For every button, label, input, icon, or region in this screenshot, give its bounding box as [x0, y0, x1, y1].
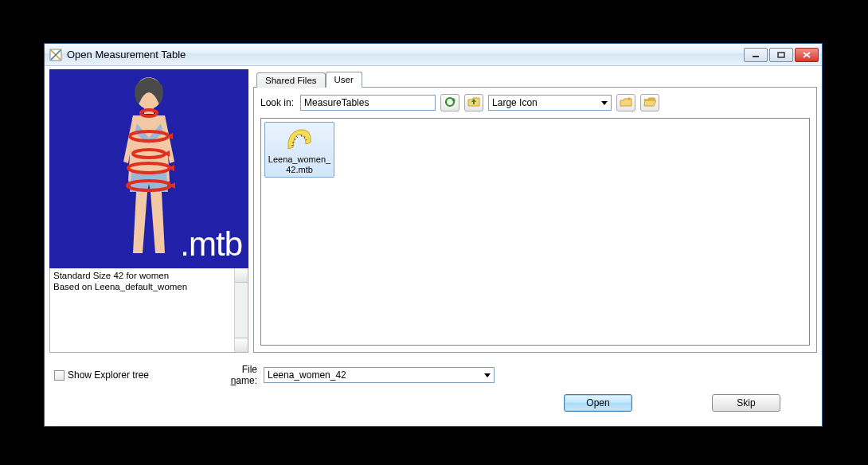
window-title: Open Measurement Table [67, 49, 744, 61]
lookin-input[interactable] [300, 95, 436, 111]
view-mode-select[interactable]: Large Icon [488, 95, 612, 111]
folder-open-icon [643, 96, 656, 111]
tab-shared-files[interactable]: Shared Files [256, 72, 326, 88]
file-browser: Shared Files User Look in: [253, 69, 817, 353]
tab-strip: Shared Files User [253, 69, 817, 87]
svg-line-27 [296, 136, 298, 138]
window-buttons [744, 48, 819, 62]
preview-pane: .mtb Standard Size 42 for women Based on… [49, 69, 248, 353]
dialog-body: .mtb Standard Size 42 for women Based on… [45, 66, 822, 426]
up-folder-button[interactable] [464, 94, 483, 111]
titlebar[interactable]: Open Measurement Table [45, 44, 822, 66]
file-item[interactable]: Leena_women_42.mtb [264, 122, 334, 178]
browse-button[interactable] [640, 94, 659, 111]
tab-user[interactable]: User [326, 72, 362, 88]
preview-ext-label: .mtb [180, 225, 242, 264]
refresh-button[interactable] [440, 94, 459, 111]
description-line: Based on Leena_default_women [53, 281, 244, 292]
checkbox-icon [54, 370, 65, 381]
close-button[interactable] [795, 48, 819, 62]
maximize-button[interactable] [769, 48, 793, 62]
svg-rect-4 [778, 53, 784, 57]
filename-value: Leena_women_42 [268, 369, 346, 381]
filename-combo[interactable]: Leena_women_42 [264, 367, 495, 383]
file-label: Leena_women_42.mtb [267, 154, 332, 174]
refresh-icon [444, 96, 456, 111]
bottom-controls: Show Explorer tree File name: Leena_wome… [49, 364, 817, 412]
open-button[interactable]: Open [564, 394, 632, 412]
tab-panel: Look in: [253, 87, 817, 353]
app-icon [49, 49, 62, 61]
folder-up-icon [467, 96, 480, 111]
new-folder-button[interactable] [616, 94, 635, 111]
file-list[interactable]: Leena_women_42.mtb [260, 118, 810, 346]
mtb-file-icon [283, 125, 315, 154]
description-line: Standard Size 42 for women [53, 270, 244, 281]
lookin-label: Look in: [260, 97, 294, 108]
view-mode-value: Large Icon [492, 97, 538, 108]
preview-image: .mtb [49, 69, 248, 268]
dialog-window: Open Measurement Table [44, 43, 823, 427]
description-box: Standard Size 42 for women Based on Leen… [49, 268, 248, 353]
show-explorer-tree-checkbox[interactable]: Show Explorer tree [54, 369, 207, 381]
filename-label: File name: [213, 364, 257, 386]
scrollbar[interactable] [234, 268, 248, 352]
toolbar: Look in: [260, 94, 810, 111]
folder-sparkle-icon [620, 96, 632, 111]
skip-button[interactable]: Skip [712, 394, 780, 412]
show-explorer-tree-label: Show Explorer tree [68, 369, 149, 381]
minimize-button[interactable] [744, 48, 768, 62]
